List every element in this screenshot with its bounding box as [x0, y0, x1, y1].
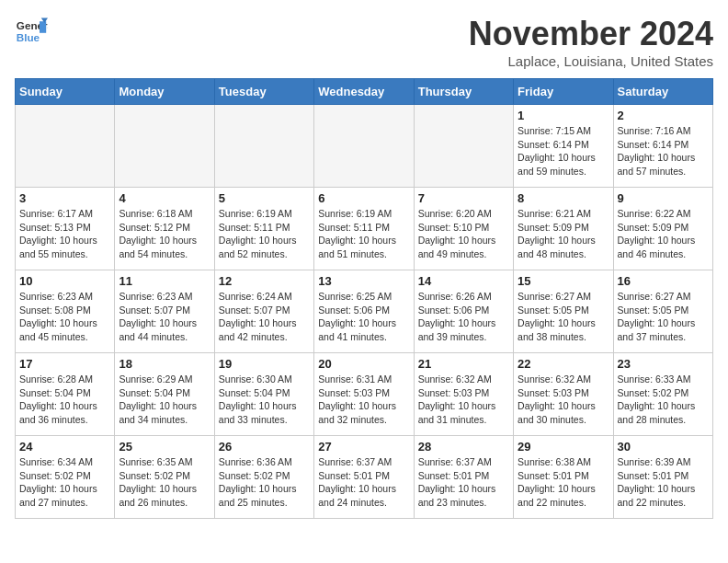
calendar-cell: 24Sunrise: 6:34 AM Sunset: 5:02 PM Dayli…	[16, 436, 115, 519]
header: General Blue November 2024 Laplace, Loui…	[15, 15, 713, 69]
calendar-cell: 16Sunrise: 6:27 AM Sunset: 5:05 PM Dayli…	[613, 270, 712, 353]
weekday-header: Wednesday	[314, 79, 414, 105]
day-info: Sunrise: 6:37 AM Sunset: 5:01 PM Dayligh…	[318, 455, 409, 510]
calendar-cell: 11Sunrise: 6:23 AM Sunset: 5:07 PM Dayli…	[115, 270, 214, 353]
calendar-cell: 15Sunrise: 6:27 AM Sunset: 5:05 PM Dayli…	[514, 270, 613, 353]
day-info: Sunrise: 6:34 AM Sunset: 5:02 PM Dayligh…	[19, 455, 110, 510]
calendar-cell: 1Sunrise: 7:15 AM Sunset: 6:14 PM Daylig…	[514, 105, 613, 188]
calendar-cell: 2Sunrise: 7:16 AM Sunset: 6:14 PM Daylig…	[613, 105, 712, 188]
day-number: 26	[219, 440, 310, 454]
weekday-header: Thursday	[414, 79, 513, 105]
calendar-cell: 17Sunrise: 6:28 AM Sunset: 5:04 PM Dayli…	[16, 353, 115, 436]
day-number: 20	[318, 357, 409, 371]
day-info: Sunrise: 6:20 AM Sunset: 5:10 PM Dayligh…	[418, 207, 509, 261]
day-info: Sunrise: 6:29 AM Sunset: 5:04 PM Dayligh…	[119, 373, 210, 427]
day-number: 2	[618, 109, 709, 122]
calendar-week-row: 17Sunrise: 6:28 AM Sunset: 5:04 PM Dayli…	[16, 353, 713, 436]
calendar-cell: 29Sunrise: 6:38 AM Sunset: 5:01 PM Dayli…	[514, 436, 613, 519]
calendar-cell	[414, 105, 513, 188]
day-number: 15	[518, 274, 609, 288]
day-number: 28	[418, 440, 509, 454]
day-info: Sunrise: 6:18 AM Sunset: 5:12 PM Dayligh…	[119, 207, 210, 261]
calendar-cell: 23Sunrise: 6:33 AM Sunset: 5:02 PM Dayli…	[613, 353, 712, 436]
day-number: 16	[618, 274, 709, 288]
day-info: Sunrise: 6:32 AM Sunset: 5:03 PM Dayligh…	[518, 373, 609, 427]
weekday-header: Saturday	[613, 79, 712, 105]
day-info: Sunrise: 6:22 AM Sunset: 5:09 PM Dayligh…	[618, 207, 709, 261]
calendar-cell: 27Sunrise: 6:37 AM Sunset: 5:01 PM Dayli…	[314, 436, 414, 519]
weekday-header: Tuesday	[214, 79, 313, 105]
day-number: 5	[219, 191, 310, 205]
title-area: November 2024 Laplace, Louisiana, United…	[469, 15, 713, 69]
day-info: Sunrise: 6:36 AM Sunset: 5:02 PM Dayligh…	[219, 455, 310, 510]
weekday-header: Friday	[514, 79, 613, 105]
calendar-table: SundayMondayTuesdayWednesdayThursdayFrid…	[15, 78, 713, 519]
calendar-cell: 5Sunrise: 6:19 AM Sunset: 5:11 PM Daylig…	[214, 188, 313, 270]
calendar-cell: 6Sunrise: 6:19 AM Sunset: 5:11 PM Daylig…	[314, 188, 414, 270]
day-number: 4	[119, 191, 210, 205]
calendar-cell	[214, 105, 313, 188]
calendar-week-row: 3Sunrise: 6:17 AM Sunset: 5:13 PM Daylig…	[16, 188, 713, 270]
calendar-cell: 4Sunrise: 6:18 AM Sunset: 5:12 PM Daylig…	[115, 188, 214, 270]
day-info: Sunrise: 7:16 AM Sunset: 6:14 PM Dayligh…	[618, 124, 709, 178]
day-info: Sunrise: 7:15 AM Sunset: 6:14 PM Dayligh…	[518, 124, 609, 178]
day-number: 21	[418, 357, 509, 371]
calendar-cell: 25Sunrise: 6:35 AM Sunset: 5:02 PM Dayli…	[115, 436, 214, 519]
calendar-cell: 3Sunrise: 6:17 AM Sunset: 5:13 PM Daylig…	[16, 188, 115, 270]
day-number: 29	[518, 440, 609, 454]
day-info: Sunrise: 6:19 AM Sunset: 5:11 PM Dayligh…	[318, 207, 409, 261]
day-info: Sunrise: 6:32 AM Sunset: 5:03 PM Dayligh…	[418, 373, 509, 427]
calendar-week-row: 10Sunrise: 6:23 AM Sunset: 5:08 PM Dayli…	[16, 270, 713, 353]
day-number: 6	[318, 191, 409, 205]
weekday-header: Monday	[115, 79, 214, 105]
day-number: 17	[19, 357, 110, 371]
day-info: Sunrise: 6:28 AM Sunset: 5:04 PM Dayligh…	[19, 373, 110, 427]
day-number: 23	[618, 357, 709, 371]
calendar-cell: 30Sunrise: 6:39 AM Sunset: 5:01 PM Dayli…	[613, 436, 712, 519]
day-number: 3	[19, 191, 110, 205]
calendar-cell: 9Sunrise: 6:22 AM Sunset: 5:09 PM Daylig…	[613, 188, 712, 270]
day-info: Sunrise: 6:24 AM Sunset: 5:07 PM Dayligh…	[219, 290, 310, 344]
day-number: 9	[618, 191, 709, 205]
calendar-cell	[314, 105, 414, 188]
day-info: Sunrise: 6:19 AM Sunset: 5:11 PM Dayligh…	[219, 207, 310, 261]
day-info: Sunrise: 6:38 AM Sunset: 5:01 PM Dayligh…	[518, 455, 609, 510]
svg-marker-2	[40, 21, 46, 33]
calendar-cell: 21Sunrise: 6:32 AM Sunset: 5:03 PM Dayli…	[414, 353, 513, 436]
svg-text:Blue: Blue	[17, 31, 40, 43]
day-number: 18	[119, 357, 210, 371]
day-info: Sunrise: 6:27 AM Sunset: 5:05 PM Dayligh…	[518, 290, 609, 344]
calendar-cell: 12Sunrise: 6:24 AM Sunset: 5:07 PM Dayli…	[214, 270, 313, 353]
calendar-cell: 22Sunrise: 6:32 AM Sunset: 5:03 PM Dayli…	[514, 353, 613, 436]
calendar-cell: 28Sunrise: 6:37 AM Sunset: 5:01 PM Dayli…	[414, 436, 513, 519]
day-number: 19	[219, 357, 310, 371]
logo-icon: General Blue	[15, 15, 48, 48]
calendar-cell	[16, 105, 115, 188]
day-info: Sunrise: 6:35 AM Sunset: 5:02 PM Dayligh…	[119, 455, 210, 510]
day-info: Sunrise: 6:23 AM Sunset: 5:07 PM Dayligh…	[119, 290, 210, 344]
calendar-week-row: 24Sunrise: 6:34 AM Sunset: 5:02 PM Dayli…	[16, 436, 713, 519]
day-info: Sunrise: 6:23 AM Sunset: 5:08 PM Dayligh…	[19, 290, 110, 344]
day-number: 1	[518, 109, 609, 122]
day-number: 25	[119, 440, 210, 454]
day-info: Sunrise: 6:25 AM Sunset: 5:06 PM Dayligh…	[318, 290, 409, 344]
day-number: 12	[219, 274, 310, 288]
day-info: Sunrise: 6:31 AM Sunset: 5:03 PM Dayligh…	[318, 373, 409, 427]
day-number: 8	[518, 191, 609, 205]
calendar-cell: 7Sunrise: 6:20 AM Sunset: 5:10 PM Daylig…	[414, 188, 513, 270]
weekday-header: Sunday	[16, 79, 115, 105]
day-info: Sunrise: 6:30 AM Sunset: 5:04 PM Dayligh…	[219, 373, 310, 427]
day-info: Sunrise: 6:27 AM Sunset: 5:05 PM Dayligh…	[618, 290, 709, 344]
day-number: 27	[318, 440, 409, 454]
month-title: November 2024	[469, 15, 713, 53]
calendar-cell: 13Sunrise: 6:25 AM Sunset: 5:06 PM Dayli…	[314, 270, 414, 353]
day-number: 11	[119, 274, 210, 288]
day-number: 22	[518, 357, 609, 371]
logo: General Blue	[15, 15, 48, 48]
calendar-cell: 18Sunrise: 6:29 AM Sunset: 5:04 PM Dayli…	[115, 353, 214, 436]
day-info: Sunrise: 6:26 AM Sunset: 5:06 PM Dayligh…	[418, 290, 509, 344]
location-title: Laplace, Louisiana, United States	[469, 53, 713, 69]
calendar-cell: 20Sunrise: 6:31 AM Sunset: 5:03 PM Dayli…	[314, 353, 414, 436]
day-number: 7	[418, 191, 509, 205]
day-info: Sunrise: 6:17 AM Sunset: 5:13 PM Dayligh…	[19, 207, 110, 261]
